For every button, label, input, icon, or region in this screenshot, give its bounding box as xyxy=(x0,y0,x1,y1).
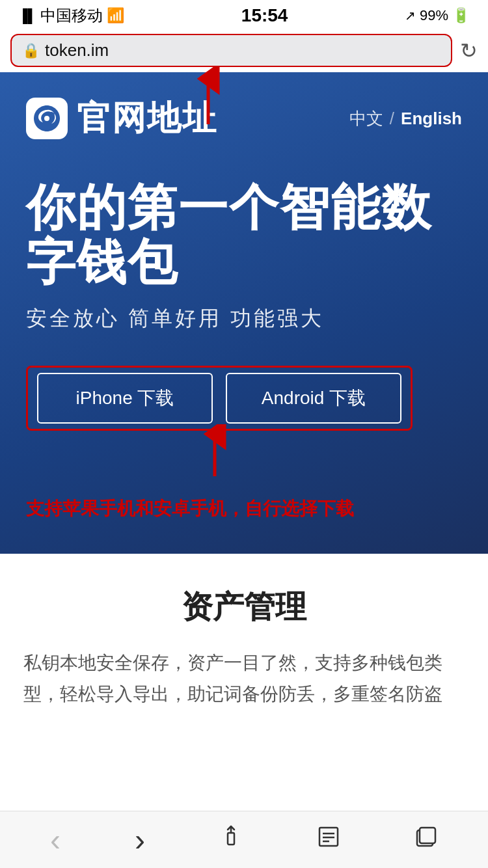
asset-section-desc: 私钥本地安全保存，资产一目了然，支持多种钱包类型，轻松导入导出，助记词备份防丢，… xyxy=(23,647,465,709)
battery-icon: 🔋 xyxy=(452,7,470,24)
asset-section: 资产管理 私钥本地安全保存，资产一目了然，支持多种钱包类型，轻松导入导出，助记词… xyxy=(0,554,488,735)
hero-subtitle: 安全放心 简单好用 功能强大 xyxy=(26,305,462,333)
reload-icon[interactable]: ↻ xyxy=(460,38,478,63)
svg-point-2 xyxy=(44,116,49,121)
carrier-label: 中国移动 xyxy=(40,5,103,26)
battery-percent: 99% xyxy=(420,7,448,24)
share-button[interactable] xyxy=(206,819,256,861)
main-content: 官网地址 中文 / English 你的第一个智能数字钱包 安全放心 简单好用 … xyxy=(0,72,488,736)
download-section: iPhone 下载 Android 下载 xyxy=(26,366,462,431)
browser-toolbar: ‹ › xyxy=(0,811,488,868)
lock-icon: 🔒 xyxy=(22,42,40,59)
status-time: 15:54 xyxy=(241,5,288,26)
status-left: ▐▌ 中国移动 📶 xyxy=(18,5,124,26)
address-bar[interactable]: 🔒 token.im xyxy=(10,34,452,67)
forward-button[interactable]: › xyxy=(122,815,158,864)
android-download-button[interactable]: Android 下载 xyxy=(226,373,401,424)
status-right: ↗ 99% 🔋 xyxy=(405,7,470,24)
lang-separator: / xyxy=(390,109,394,129)
svg-rect-11 xyxy=(420,828,435,843)
svg-rect-5 xyxy=(228,833,234,845)
annotation-text: 支持苹果手机和安卓手机，自行选择下载 xyxy=(26,496,462,521)
wifi-icon: 📶 xyxy=(107,7,124,24)
logo-icon xyxy=(26,98,68,139)
status-bar: ▐▌ 中国移动 📶 15:54 ↗ 99% 🔋 xyxy=(0,0,488,29)
lang-en[interactable]: English xyxy=(401,109,462,129)
bookmarks-button[interactable] xyxy=(304,819,353,861)
download-arrow-annotation xyxy=(182,424,247,479)
iphone-download-button[interactable]: iPhone 下载 xyxy=(37,373,213,424)
asset-section-title: 资产管理 xyxy=(23,586,465,628)
hero-section: 官网地址 中文 / English 你的第一个智能数字钱包 安全放心 简单好用 … xyxy=(0,72,488,554)
hero-title: 你的第一个智能数字钱包 xyxy=(26,180,462,289)
signal-bars-icon: ▐▌ xyxy=(18,8,36,23)
download-buttons-container: iPhone 下载 Android 下载 xyxy=(26,366,413,431)
lang-zh[interactable]: 中文 xyxy=(349,107,383,130)
tabs-button[interactable] xyxy=(401,819,451,861)
lang-switcher[interactable]: 中文 / English xyxy=(349,107,462,130)
url-arrow-annotation xyxy=(169,66,247,127)
url-text: token.im xyxy=(45,40,109,61)
location-icon: ↗ xyxy=(405,8,416,23)
back-button[interactable]: ‹ xyxy=(37,815,74,864)
